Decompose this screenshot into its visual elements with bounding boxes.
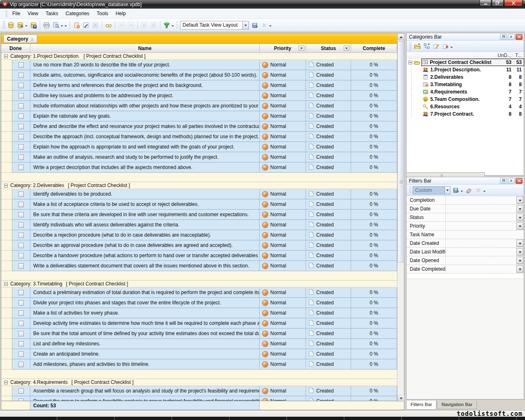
restore-button-icon[interactable] [492,0,504,6]
task-name-cell[interactable]: Include information about relationships … [30,101,260,111]
task-name-cell[interactable]: Assemble a research group that will focu… [30,386,260,396]
task-name-cell[interactable]: Make a list of activities for every phas… [30,308,260,318]
table-row[interactable]: Make an outline of analysis, research an… [1,152,397,162]
task-name-cell[interactable]: Conduct a preliminary estimation of tota… [30,288,260,298]
category-tree-item[interactable]: 4.Requirements77 [406,88,524,96]
table-row[interactable]: Identify deliverables to be produced.Nor… [1,189,397,199]
panel-close-icon[interactable] [516,34,523,40]
table-row[interactable]: Divide your project into phases and stag… [1,298,397,308]
task-name-cell[interactable]: Add milestones, phases and activities to… [30,359,260,370]
done-checkbox[interactable] [18,114,24,119]
save-filter-icon[interactable] [451,186,461,195]
layout-combobox[interactable]: Default Task View Layout [180,21,249,30]
collapse-group-icon[interactable] [4,282,8,286]
done-checkbox[interactable] [18,83,24,88]
done-checkbox[interactable] [18,341,24,347]
done-checkbox[interactable] [18,144,24,150]
vertical-scrollbar[interactable] [397,34,404,402]
category-group-row[interactable]: Category: 2.Deliverables[ Project Contra… [1,182,397,189]
filters-toolbar-overflow-icon[interactable] [483,191,486,193]
table-row[interactable]: Identify individuals who will assess del… [1,220,397,230]
done-checkbox[interactable] [18,331,24,336]
task-name-cell[interactable]: Explain how the approach is appropriate … [30,142,260,152]
done-checkbox[interactable] [18,222,24,228]
done-checkbox[interactable] [18,300,24,306]
table-row[interactable]: Describe the approach (incl. conceptual … [1,132,397,142]
edit-task-icon[interactable] [81,21,91,30]
done-checkbox[interactable] [18,362,24,367]
table-row[interactable]: Explain the rationale and key goals.Norm… [1,111,397,121]
new-database-icon[interactable] [6,21,16,30]
filter-dropdown-icon[interactable] [516,248,523,256]
table-row[interactable]: Make a list of acceptance criteria to be… [1,199,397,210]
done-checkbox[interactable] [18,321,24,326]
category-tree-item[interactable]: Project Contract Checklist5353 [406,59,524,66]
done-checkbox[interactable] [18,202,24,207]
task-name-cell[interactable]: Create an anticipated timeline. [30,349,260,359]
table-row[interactable]: Be sure that these criteria are develope… [1,210,397,220]
done-checkbox[interactable] [18,155,24,160]
done-checkbox[interactable] [18,62,24,68]
filter-preset-combobox[interactable]: Custom [413,186,450,194]
print-preview-dropdown-icon[interactable] [61,25,63,28]
table-row[interactable]: Describe an approval procedure (what to … [1,240,397,251]
task-name-cell[interactable]: Make an outline of analysis, research an… [30,152,260,162]
table-row[interactable]: List and define key milestones.NormalCre… [1,339,397,349]
done-checkbox[interactable] [18,103,24,109]
add-category-icon[interactable] [413,42,422,51]
panel-pin-icon[interactable] [508,34,515,40]
task-name-cell[interactable]: Define key terms and references that des… [30,80,260,91]
table-row[interactable]: Assemble a research group that will focu… [1,386,397,396]
category-tree-item[interactable]: 1.Project Description.1111 [406,66,524,73]
menu-categories[interactable]: Categories [62,9,93,18]
menu-tools[interactable]: Tools [93,9,112,18]
filter-dropdown-icon[interactable] [516,222,523,230]
toolbar-overflow-icon[interactable] [64,25,67,28]
table-row[interactable]: Describe a rejection procedure (what to … [1,230,397,240]
category-group-row[interactable]: Category: 1.Project Description.[ Projec… [1,53,397,60]
task-name-cell[interactable]: Describe an approval procedure (what to … [30,240,260,251]
column-header-complete[interactable]: Complete [351,44,397,52]
done-checkbox[interactable] [18,134,24,139]
print-preview-icon[interactable] [51,21,61,30]
done-checkbox[interactable] [18,290,24,295]
table-row[interactable]: Include aims, outcomes, significance and… [1,70,397,80]
save-database-icon[interactable] [29,21,38,30]
open-database-dropdown-icon[interactable] [25,25,27,28]
menu-view[interactable]: View [24,9,42,18]
scrollbar-thumb[interactable] [397,41,404,262]
minimize-button-icon[interactable] [479,0,491,6]
print-icon[interactable] [42,21,51,30]
clear-filter-icon[interactable] [464,186,474,195]
save-filter-dropdown-icon[interactable] [461,191,463,193]
category-tree-item[interactable]: 7.Project Contract.88 [406,110,524,118]
categories-toolbar-overflow-icon[interactable] [450,47,453,49]
filter-dropdown-icon[interactable] [516,214,523,221]
panel-pin-icon[interactable] [508,178,515,184]
table-row[interactable]: Add milestones, phases and activities to… [1,359,397,370]
column-header-priority[interactable]: Priority [260,44,306,52]
edit-category-icon[interactable] [431,42,441,51]
done-checkbox[interactable] [18,73,24,78]
combo-dropdown-icon[interactable] [445,187,450,194]
done-checkbox[interactable] [18,93,24,98]
done-checkbox[interactable] [18,352,24,357]
task-name-cell[interactable]: Develop activity time estimates to deter… [30,318,260,329]
task-name-cell[interactable]: Write a deliverables statement document … [30,261,260,271]
category-tree-item[interactable]: 2.Deliverables88 [406,73,524,81]
tab-filters-bar[interactable]: Filters Bar [406,401,436,410]
delete-category-icon[interactable] [441,42,450,51]
collapse-group-icon[interactable] [4,381,8,384]
close-button-icon[interactable] [504,0,523,6]
category-group-row[interactable]: Category: 3.Timetabling[ Project Contrac… [1,281,397,288]
add-subcategory-icon[interactable] [422,42,431,51]
task-name-cell[interactable]: Explain the rationale and key goals. [30,111,260,121]
task-name-cell[interactable]: Identify individuals who will assess del… [30,220,260,230]
panel-restore-icon[interactable] [500,178,507,184]
column-filter-icon[interactable] [299,46,304,51]
task-name-cell[interactable]: Include aims, outcomes, significance and… [30,70,260,80]
column-header-status[interactable]: Status [306,44,351,52]
category-tree-item[interactable]: 3.Timetabling88 [406,81,524,88]
tab-navigation-bar[interactable]: Navigation Bar [437,401,477,409]
filter-dropdown-icon[interactable] [516,240,523,247]
